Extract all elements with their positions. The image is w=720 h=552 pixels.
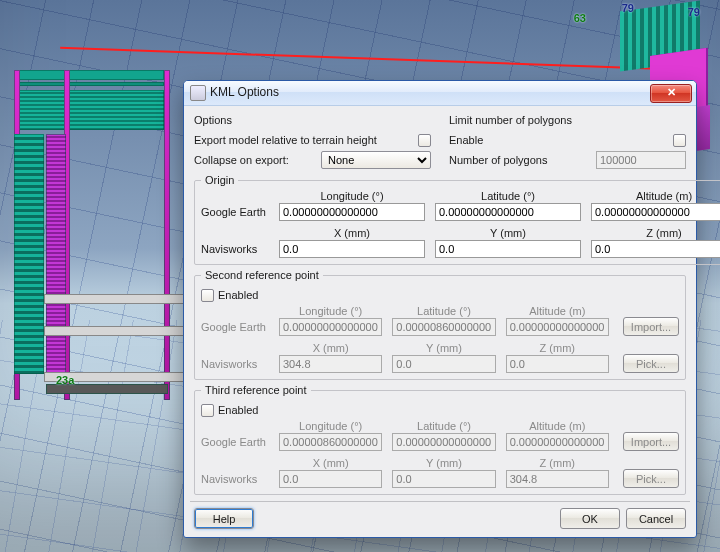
third-col-x: X (mm) [279,457,382,469]
third-import-button: Import... [623,432,679,451]
second-ge-label: Google Earth [201,321,279,333]
origin-col-longitude: Longitude (°) [279,190,425,202]
number-polygons-field: 100000 [596,151,686,169]
third-nw-label: Navisworks [201,473,279,485]
second-x-field: 304.8 [279,355,382,373]
second-altitude-field: 0.00000000000000 [506,318,609,336]
third-longitude-field: 0.00000860000000 [279,433,382,451]
second-latitude-field: 0.00000860000000 [392,318,495,336]
origin-col-latitude: Latitude (°) [435,190,581,202]
origin-nw-label: Navisworks [201,243,279,255]
cancel-button[interactable]: Cancel [626,508,686,529]
third-col-z: Z (mm) [506,457,609,469]
origin-col-x: X (mm) [279,227,425,239]
origin-col-altitude: Altitude (m) [591,190,720,202]
options-heading: Options [194,114,431,126]
third-enabled-label: Enabled [218,404,258,416]
number-polygons-label: Number of polygons [449,154,596,166]
origin-x-input[interactable] [279,240,425,258]
third-z-field: 304.8 [506,470,609,488]
third-altitude-field: 0.00000000000000 [506,433,609,451]
enable-polygons-checkbox[interactable] [673,134,686,147]
second-y-field: 0.0 [392,355,495,373]
close-button[interactable]: ✕ [650,84,692,103]
second-col-x: X (mm) [279,342,382,354]
collapse-label: Collapse on export: [194,154,321,166]
gridline-label-63: 63 [574,12,586,24]
origin-altitude-input[interactable] [591,203,720,221]
third-x-field: 0.0 [279,470,382,488]
polygons-heading: Limit number of polygons [449,114,686,126]
dialog-title: KML Options [210,85,279,99]
ok-button[interactable]: OK [560,508,620,529]
origin-latitude-input[interactable] [435,203,581,221]
second-enabled-checkbox[interactable] [201,289,214,302]
second-ref-group: Second reference point Enabled Longitude… [194,269,686,380]
origin-legend: Origin [201,174,238,186]
second-z-field: 0.0 [506,355,609,373]
origin-longitude-input[interactable] [279,203,425,221]
origin-z-input[interactable] [591,240,720,258]
second-longitude-field: 0.00000000000000 [279,318,382,336]
third-col-altitude: Altitude (m) [506,420,609,432]
third-enabled-checkbox[interactable] [201,404,214,417]
export-relative-label: Export model relative to terrain height [194,134,418,146]
axis-label-79a: 79 [622,2,634,14]
second-ref-legend: Second reference point [201,269,323,281]
third-ge-label: Google Earth [201,436,279,448]
enable-polygons-label: Enable [449,134,673,146]
export-relative-checkbox[interactable] [418,134,431,147]
gridline-label-23a: 23a [56,374,74,386]
second-col-latitude: Latitude (°) [392,305,495,317]
second-enabled-label: Enabled [218,289,258,301]
second-nw-label: Navisworks [201,358,279,370]
third-y-field: 0.0 [392,470,495,488]
titlebar[interactable]: KML Options ✕ [184,81,696,106]
third-latitude-field: 0.00000000000000 [392,433,495,451]
origin-col-z: Z (mm) [591,227,720,239]
third-ref-group: Third reference point Enabled Longitude … [194,384,686,495]
second-col-altitude: Altitude (m) [506,305,609,317]
origin-group: Origin Longitude (°) Latitude (°) Altitu… [194,174,720,265]
third-ref-legend: Third reference point [201,384,311,396]
second-col-y: Y (mm) [392,342,495,354]
origin-col-y: Y (mm) [435,227,581,239]
third-col-latitude: Latitude (°) [392,420,495,432]
close-icon: ✕ [667,86,676,98]
origin-y-input[interactable] [435,240,581,258]
second-col-z: Z (mm) [506,342,609,354]
axis-label-79b: 79 [688,6,700,18]
help-button[interactable]: Help [194,508,254,529]
collapse-combo[interactable]: None [321,151,431,169]
kml-options-dialog: KML Options ✕ Options Export model relat… [183,80,697,538]
second-col-longitude: Longitude (°) [279,305,382,317]
third-col-y: Y (mm) [392,457,495,469]
app-icon [190,85,206,101]
third-col-longitude: Longitude (°) [279,420,382,432]
second-pick-button: Pick... [623,354,679,373]
origin-ge-label: Google Earth [201,206,279,218]
second-import-button: Import... [623,317,679,336]
third-pick-button: Pick... [623,469,679,488]
